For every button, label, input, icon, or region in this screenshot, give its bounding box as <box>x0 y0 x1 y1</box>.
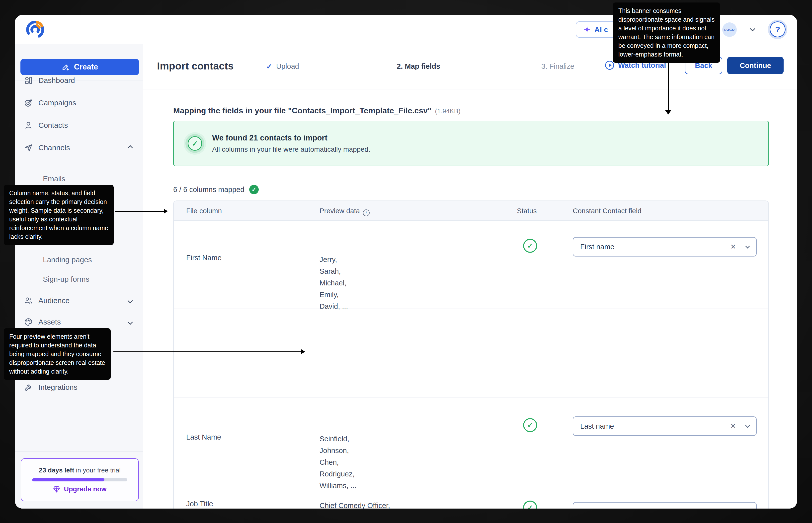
status-mapped-icon: ✓ <box>523 239 537 253</box>
sidebar: Create Dashboard Campaigns Contacts <box>15 44 143 508</box>
trial-panel: 23 days left in your free trial Upgrade … <box>21 458 139 501</box>
dashboard-icon <box>24 76 33 85</box>
clear-icon[interactable]: ✕ <box>730 508 746 508</box>
sparkle-icon: ✦ <box>584 25 590 34</box>
mapped-check-icon: ✓ <box>249 185 259 194</box>
help-icon[interactable]: ? <box>770 21 785 37</box>
pencil-plus-icon <box>62 63 70 71</box>
file-column-cell: First Name <box>186 254 222 262</box>
page-title: Import contacts <box>157 60 234 72</box>
app-window: ✦ AI c LOGO ? Create Dashboard <box>15 15 797 508</box>
annotation-arrow <box>114 351 301 352</box>
annotation-arrowhead <box>301 349 305 354</box>
file-size: (1.94KB) <box>435 107 461 115</box>
sidebar-item-campaigns[interactable]: Campaigns <box>15 95 143 110</box>
trial-days-left: 23 days left <box>39 467 74 474</box>
col-cc-field: Constant Contact field <box>573 207 641 215</box>
play-icon <box>605 61 614 70</box>
header-divider <box>143 89 797 89</box>
annotation-preview-note: Four preview elements aren't required to… <box>4 328 111 380</box>
paper-plane-icon <box>24 143 33 152</box>
sidebar-item-audience[interactable]: Audience <box>15 293 143 308</box>
trial-progress-bar <box>32 478 127 482</box>
chevron-down-icon[interactable] <box>745 244 750 248</box>
palette-icon <box>24 318 33 326</box>
banner-subtitle: All columns in your file were automatica… <box>212 145 370 154</box>
annotation-arrowhead <box>665 110 671 114</box>
sidebar-item-contacts[interactable]: Contacts <box>15 118 143 133</box>
sidebar-item-integrations[interactable]: Integrations <box>15 380 143 395</box>
success-banner: ✓ We found 21 contacts to import All col… <box>173 121 769 166</box>
constant-contact-logo <box>24 18 46 41</box>
col-file-column: File column <box>186 207 222 215</box>
table-row: Job Title Chief Comedy Officer, ✓ ✕ <box>174 486 768 508</box>
screenshot-frame: ✦ AI c LOGO ? Create Dashboard <box>0 0 812 523</box>
table-row: First Name Jerry, Sarah, Michael, Emily,… <box>174 221 768 309</box>
step-connector <box>456 66 534 66</box>
sidebar-item-emails[interactable]: Emails <box>43 173 65 185</box>
clear-icon[interactable]: ✕ <box>730 243 746 251</box>
trial-progress-fill <box>32 478 104 482</box>
sidebar-item-assets[interactable]: Assets <box>15 314 143 329</box>
mapped-summary: 6 / 6 columns mapped ✓ <box>173 185 259 194</box>
chevron-up-icon <box>127 145 133 150</box>
annotation-arrow <box>668 61 669 111</box>
table-row: Last Name Seinfield, Johnson, Chen, Rodr… <box>174 309 768 397</box>
preview-data-cell: Chief Comedy Officer, <box>319 500 390 508</box>
sidebar-item-channels[interactable]: Channels <box>15 140 143 155</box>
step-map-fields: 2. Map fields <box>397 62 440 71</box>
ai-assistant-button[interactable]: ✦ AI c <box>576 21 616 38</box>
contacts-icon <box>24 121 33 130</box>
mapping-table: File column Preview datai Status Constan… <box>173 200 769 508</box>
preview-data-cell: Jerry, Sarah, Michael, Emily, David, ... <box>319 254 348 312</box>
sidebar-item-dashboard[interactable]: Dashboard <box>15 73 143 88</box>
banner-title: We found 21 contacts to import <box>212 133 370 142</box>
annotation-arrow <box>115 211 164 212</box>
file-column-cell: Job Title <box>186 500 213 508</box>
annotation-columns-note: Column name, status, and field selection… <box>4 185 114 245</box>
ai-button-label: AI c <box>594 25 608 34</box>
sidebar-item-signup-forms[interactable]: Sign-up forms <box>43 273 89 285</box>
step-upload-check-icon: ✓ <box>266 62 272 71</box>
success-check-icon: ✓ <box>188 136 202 151</box>
create-label: Create <box>74 62 98 71</box>
status-mapped-icon: ✓ <box>523 501 537 508</box>
wrench-icon <box>24 383 33 392</box>
step-finalize: 3. Finalize <box>541 62 574 71</box>
step-connector <box>313 66 387 66</box>
annotation-banner-note: This banner consumes disproportionate sp… <box>613 2 720 63</box>
table-header: File column Preview datai Status Constan… <box>174 201 768 221</box>
step-upload[interactable]: Upload <box>276 62 299 71</box>
field-dropdown[interactable]: ✕ <box>573 502 757 508</box>
continue-button[interactable]: Continue <box>727 57 783 74</box>
chevron-down-icon <box>127 298 133 303</box>
upgrade-now-link[interactable]: Upgrade now <box>53 485 106 493</box>
campaigns-icon <box>24 98 33 107</box>
annotation-arrowhead <box>164 209 168 214</box>
gem-icon <box>53 486 60 493</box>
sidebar-divider <box>15 451 143 452</box>
audience-icon <box>24 296 33 305</box>
account-chevron-down-icon[interactable] <box>750 26 755 31</box>
account-avatar[interactable]: LOGO <box>722 22 737 37</box>
col-status: Status <box>517 207 537 215</box>
trial-text: 23 days left in your free trial <box>39 467 121 474</box>
sidebar-item-landing-pages[interactable]: Landing pages <box>43 254 92 266</box>
chevron-down-icon <box>127 319 133 325</box>
col-preview-data: Preview datai <box>319 207 369 216</box>
info-icon[interactable]: i <box>363 210 369 216</box>
table-row: Email jerry@constantcontact.com, sarah.j… <box>174 397 768 486</box>
mapping-title: Mapping the fields in your file "Contact… <box>173 106 461 115</box>
field-dropdown[interactable]: First name ✕ <box>573 237 757 256</box>
